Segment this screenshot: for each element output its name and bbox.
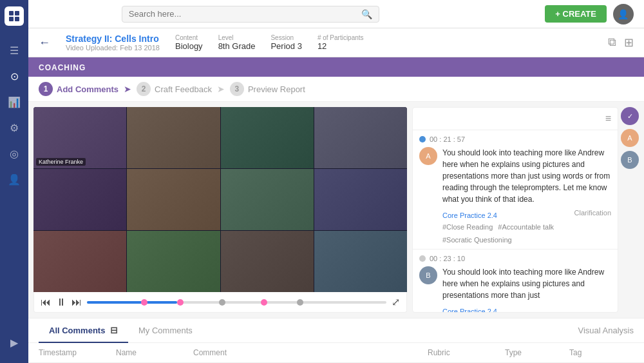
bottom-section: All Comments ⊟ My Comments Visual Analys… bbox=[28, 318, 644, 363]
video-cell: Katherine Franke bbox=[33, 107, 126, 168]
right-avatar-2[interactable]: A bbox=[621, 129, 639, 147]
tab-all-comments[interactable]: All Comments ⊟ bbox=[39, 319, 128, 343]
name-tag: Katherine Franke bbox=[36, 158, 86, 166]
search-icon: 🔍 bbox=[361, 9, 372, 19]
commenter-avatar: B bbox=[419, 266, 437, 284]
step-3[interactable]: 3 Preview Report bbox=[230, 82, 305, 96]
sidebar-chart-icon[interactable]: 📊 bbox=[3, 90, 26, 113]
grid-icon[interactable]: ⊞ bbox=[624, 35, 634, 50]
right-avatars: ✓ A B bbox=[621, 107, 639, 313]
comment-tags: Core Practice 2.4 bbox=[442, 305, 611, 313]
search-input[interactable] bbox=[129, 9, 361, 19]
table-header: Timestamp Name Comment Rubric Type Tag bbox=[28, 343, 644, 363]
sidebar-circle-icon[interactable]: ◎ bbox=[3, 142, 26, 165]
progress-marker bbox=[297, 299, 303, 306]
tab-visual-analysis[interactable]: Visual Analysis bbox=[578, 326, 634, 335]
video-cell bbox=[314, 231, 407, 292]
step1-number: 1 bbox=[39, 82, 53, 96]
svg-rect-1 bbox=[15, 11, 19, 15]
tab-my-comments[interactable]: My Comments bbox=[128, 319, 203, 343]
search-bar[interactable]: 🔍 bbox=[122, 6, 379, 23]
step-1[interactable]: 1 Add Comments bbox=[39, 82, 118, 96]
coaching-label: COACHING bbox=[39, 63, 86, 72]
filter-icon: ⊟ bbox=[110, 325, 118, 335]
coaching-bar: COACHING bbox=[28, 57, 644, 77]
sidebar-home-icon[interactable]: ⊙ bbox=[3, 64, 26, 88]
hashtag: #Accountable talk bbox=[498, 223, 554, 231]
th-comment: Comment bbox=[193, 348, 428, 357]
fullscreen-button[interactable]: ⤢ bbox=[392, 296, 400, 308]
comment-time: 00 : 21 : 57 bbox=[419, 135, 611, 143]
step2-number: 2 bbox=[137, 82, 151, 96]
sub-header: ← Strategy II: Cells Intro Video Uploade… bbox=[28, 28, 644, 57]
progress-marker bbox=[177, 299, 184, 306]
comments-header: ≡ bbox=[413, 108, 618, 130]
logo[interactable] bbox=[5, 6, 24, 26]
svg-rect-0 bbox=[9, 11, 14, 15]
timestamp-label: 00 : 21 : 57 bbox=[430, 135, 465, 143]
step2-label: Craft Feedback bbox=[155, 84, 212, 94]
sidebar-user-icon[interactable]: 👤 bbox=[3, 168, 26, 191]
comment-time: 00 : 23 : 10 bbox=[419, 255, 611, 262]
user-avatar[interactable]: 👤 bbox=[613, 4, 634, 25]
progress-fill bbox=[87, 301, 177, 304]
sidebar-menu-icon[interactable]: ☰ bbox=[3, 39, 26, 62]
step3-number: 3 bbox=[230, 82, 244, 96]
progress-marker bbox=[261, 299, 267, 306]
back-button[interactable]: ← bbox=[39, 36, 50, 50]
skip-back-button[interactable]: ⏮ bbox=[41, 297, 51, 308]
progress-bar[interactable] bbox=[87, 301, 386, 304]
step-2[interactable]: 2 Craft Feedback bbox=[137, 82, 212, 96]
create-button[interactable]: + CREATE bbox=[545, 5, 607, 23]
right-avatar-1[interactable]: ✓ bbox=[621, 107, 639, 125]
session-value: Period 3 bbox=[270, 41, 301, 51]
video-cell bbox=[314, 107, 407, 168]
comment-item: 00 : 21 : 57 A You should look into teac… bbox=[413, 130, 618, 250]
meta-participants: # of Participants 12 bbox=[317, 34, 364, 51]
sidebar: ☰ ⊙ 📊 ⚙ ◎ 👤 ▶ bbox=[0, 0, 28, 363]
comment-body: B You should look into teaching more lik… bbox=[419, 266, 611, 313]
header-icons: ⧉ ⊞ bbox=[608, 35, 634, 50]
comments-filter-icon[interactable]: ≡ bbox=[605, 113, 611, 124]
time-indicator bbox=[419, 255, 426, 262]
tag-type: Clarification bbox=[574, 209, 611, 217]
tabs-row: All Comments ⊟ My Comments Visual Analys… bbox=[28, 319, 644, 343]
copy-icon[interactable]: ⧉ bbox=[608, 35, 616, 50]
svg-rect-3 bbox=[15, 17, 19, 21]
progress-marker bbox=[141, 299, 147, 306]
svg-rect-2 bbox=[9, 17, 14, 21]
pause-button[interactable]: ⏸ bbox=[56, 297, 66, 308]
core-practice-link[interactable]: Core Practice 2.4 bbox=[442, 211, 497, 219]
content-label: Content bbox=[175, 34, 203, 41]
video-cell bbox=[127, 231, 220, 292]
video-grid: Katherine Franke bbox=[33, 107, 407, 292]
video-cell bbox=[127, 107, 220, 168]
video-cell bbox=[221, 107, 314, 168]
participants-value: 12 bbox=[317, 41, 364, 51]
video-cell bbox=[33, 231, 126, 292]
sidebar-filter-icon[interactable]: ⚙ bbox=[3, 116, 26, 139]
hashtag: #Socratic Questioning bbox=[442, 236, 512, 244]
video-cell bbox=[314, 169, 407, 230]
skip-forward-button[interactable]: ⏭ bbox=[71, 297, 82, 308]
video-title: Strategy II: Cells Intro bbox=[66, 34, 160, 44]
meta-session: Session Period 3 bbox=[270, 34, 301, 51]
progress-marker bbox=[219, 299, 225, 306]
th-rubric: Rubric bbox=[428, 348, 505, 357]
comment-body: A You should look into teaching more lik… bbox=[419, 147, 611, 244]
steps-bar: 1 Add Comments ➤ 2 Craft Feedback ➤ 3 Pr… bbox=[28, 77, 644, 102]
th-type: Type bbox=[505, 348, 569, 357]
step1-label: Add Comments bbox=[57, 84, 118, 94]
commenter-avatar: A bbox=[419, 147, 437, 165]
video-cell bbox=[127, 169, 220, 230]
comment-text: You should look into teaching more like … bbox=[442, 266, 611, 301]
video-controls: ⏮ ⏸ ⏭ ⤢ bbox=[33, 292, 407, 313]
sidebar-forward-icon[interactable]: ▶ bbox=[3, 331, 26, 354]
th-timestamp: Timestamp bbox=[39, 348, 116, 357]
video-info: Strategy II: Cells Intro Video Uploaded:… bbox=[66, 34, 160, 52]
hashtag: #Close Reading bbox=[442, 223, 493, 231]
right-avatar-3[interactable]: B bbox=[621, 151, 639, 169]
core-practice-link[interactable]: Core Practice 2.4 bbox=[442, 308, 497, 313]
level-value: 8th Grade bbox=[218, 41, 256, 51]
meta-content: Content Biology bbox=[175, 34, 203, 51]
